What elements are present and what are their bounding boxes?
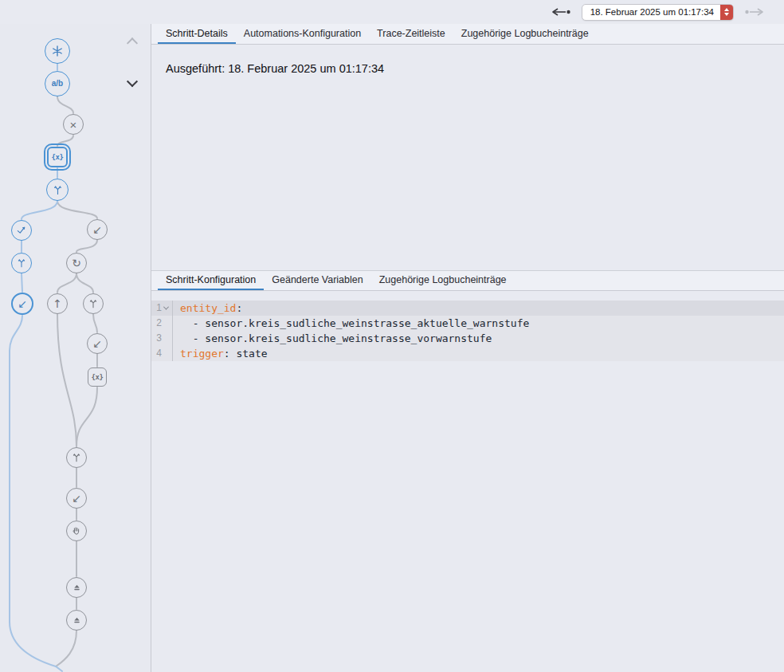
node-call-split-2[interactable] xyxy=(11,253,32,273)
step-config-code-editor[interactable]: 1 entity_id: 2 - sensor.kreis_sudliche_w… xyxy=(151,291,784,672)
tab-trace-zeitleiste[interactable]: Trace-Zeitleiste xyxy=(369,24,453,44)
stepper-down-icon xyxy=(724,13,729,16)
call-split-icon xyxy=(16,257,27,269)
yaml-list-item: - sensor.kreis_sudliche_weinstrasse_vorw… xyxy=(180,332,492,344)
code-line: 2 - sensor.kreis_sudliche_weinstrasse_ak… xyxy=(151,316,784,331)
fold-spacer xyxy=(163,320,170,327)
line-number: 2 xyxy=(156,316,162,331)
node-call-split-3[interactable] xyxy=(83,293,104,314)
node-variables-selected[interactable]: {x} xyxy=(47,147,68,167)
trace-run-toolbar: 18. Februar 2025 um 01:17:34 xyxy=(0,0,784,24)
tab-zugehoerige-logbucheintraege-2[interactable]: Zugehörige Logbucheinträge xyxy=(371,271,515,290)
variables-icon: {x} xyxy=(52,154,64,161)
executed-timestamp-text: Ausgeführt: 18. Februar 2025 um 01:17:34 xyxy=(166,62,384,75)
check-arrow-icon xyxy=(16,225,27,236)
next-run-button[interactable] xyxy=(744,7,765,17)
yaml-list-item: - sensor.kreis_sudliche_weinstrasse_aktu… xyxy=(180,317,529,329)
select-stepper[interactable] xyxy=(720,5,733,20)
step-details-content: Ausgeführt: 18. Februar 2025 um 01:17:34 xyxy=(151,45,784,270)
yaml-value: : state xyxy=(224,348,268,360)
step-config-tabs: Schritt-Konfiguration Geänderte Variable… xyxy=(151,270,784,291)
tab-zugehoerige-logbucheintraege[interactable]: Zugehörige Logbucheinträge xyxy=(453,24,597,44)
line-number: 1 xyxy=(156,301,162,316)
code-text: - sensor.kreis_sudliche_weinstrasse_aktu… xyxy=(173,316,529,331)
node-trigger[interactable] xyxy=(45,38,70,64)
arrow-up-icon: ↑ xyxy=(53,298,62,309)
node-stop-hand[interactable] xyxy=(66,521,87,541)
arrow-bottom-left-icon: ↙ xyxy=(72,493,81,504)
fold-spacer xyxy=(163,350,170,357)
fold-toggle[interactable] xyxy=(163,305,170,312)
yaml-key: trigger xyxy=(180,348,224,360)
code-text: trigger: state xyxy=(173,346,268,361)
tab-automations-konfiguration[interactable]: Automations-Konfiguration xyxy=(236,24,369,44)
call-split-icon xyxy=(52,184,64,196)
line-gutter: 1 xyxy=(151,301,173,316)
tab-schritt-details[interactable]: Schritt-Details xyxy=(158,24,236,44)
node-eject-1[interactable] xyxy=(66,577,87,598)
expand-graph-button[interactable] xyxy=(126,77,139,90)
node-choose[interactable]: a/b xyxy=(45,71,70,96)
next-run-arrow-icon xyxy=(744,7,765,17)
repeat-icon: ↻ xyxy=(72,257,81,269)
yaml-key: entity_id xyxy=(180,302,236,314)
run-datetime-value: 18. Februar 2025 um 01:17:34 xyxy=(582,5,720,20)
line-number: 3 xyxy=(156,331,162,346)
choose-ab-icon: a/b xyxy=(52,80,63,88)
node-close[interactable]: × xyxy=(63,114,84,135)
fold-spacer xyxy=(163,335,170,342)
stepper-up-icon xyxy=(724,8,729,11)
yaml-punct: : xyxy=(236,302,242,314)
collapse-graph-button[interactable] xyxy=(126,39,139,52)
trace-detail-panel: Schritt-Details Automations-Konfiguratio… xyxy=(151,24,784,672)
line-gutter: 2 xyxy=(151,316,173,331)
node-call-split-1[interactable] xyxy=(46,179,69,201)
previous-run-arrow-icon xyxy=(551,7,571,17)
node-variables-2[interactable]: {x} xyxy=(88,367,107,387)
line-gutter: 4 xyxy=(151,346,173,361)
node-repeat[interactable]: ↻ xyxy=(66,253,87,273)
trace-graph-panel: a/b × {x} ↙ ↻ ↙ xyxy=(0,24,151,672)
node-call-split-4[interactable] xyxy=(66,447,87,468)
node-arrow-bottom-left-3[interactable]: ↙ xyxy=(66,488,87,509)
node-arrow-bottom-left-active[interactable]: ↙ xyxy=(11,293,33,315)
eject-icon xyxy=(72,615,82,626)
arrow-bottom-left-icon: ↙ xyxy=(92,224,102,235)
main-layout: a/b × {x} ↙ ↻ ↙ xyxy=(0,24,784,672)
arrow-bottom-left-icon: ↙ xyxy=(18,298,27,309)
node-condition-check[interactable] xyxy=(11,220,32,241)
asterisk-icon xyxy=(50,44,65,58)
hand-stop-icon xyxy=(71,525,82,536)
line-number: 4 xyxy=(156,346,162,361)
code-line: 4 trigger: state xyxy=(151,346,784,361)
code-text: entity_id: xyxy=(173,301,242,316)
call-split-icon xyxy=(88,298,99,309)
eject-icon xyxy=(72,583,82,593)
node-eject-2[interactable] xyxy=(66,610,87,631)
line-gutter: 3 xyxy=(151,331,173,346)
close-icon: × xyxy=(70,119,77,131)
run-datetime-select[interactable]: 18. Februar 2025 um 01:17:34 xyxy=(582,4,734,21)
arrow-bottom-left-icon: ↙ xyxy=(92,338,102,349)
previous-run-button[interactable] xyxy=(551,7,571,17)
trace-tabs: Schritt-Details Automations-Konfiguratio… xyxy=(151,24,784,45)
code-line: 3 - sensor.kreis_sudliche_weinstrasse_vo… xyxy=(151,331,784,346)
tab-schritt-konfiguration[interactable]: Schritt-Konfiguration xyxy=(158,271,264,290)
call-split-icon xyxy=(71,452,82,463)
code-text: - sensor.kreis_sudliche_weinstrasse_vorw… xyxy=(173,331,492,346)
node-arrow-up[interactable]: ↑ xyxy=(47,293,68,314)
code-line: 1 entity_id: xyxy=(151,301,784,316)
chevron-down-icon xyxy=(163,305,169,310)
node-arrow-bottom-left-1[interactable]: ↙ xyxy=(87,219,108,240)
node-arrow-bottom-left-2[interactable]: ↙ xyxy=(87,333,108,354)
tab-geaenderte-variablen[interactable]: Geänderte Variablen xyxy=(264,271,370,290)
variables-icon: {x} xyxy=(92,374,104,381)
